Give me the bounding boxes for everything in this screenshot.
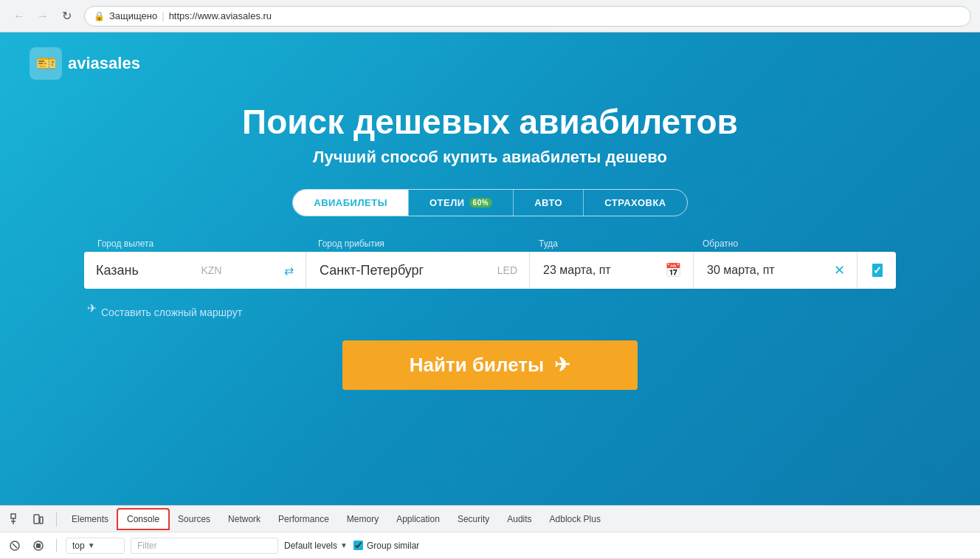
devtools-tab-performance[interactable]: Performance (269, 510, 338, 529)
devtools-tab-memory[interactable]: Memory (338, 510, 387, 529)
origin-field[interactable]: Казань KZN ⇄ (84, 252, 306, 289)
search-button-label: Найти билеты (410, 354, 544, 377)
tab-flights[interactable]: АВИАБИЛЕТЫ (293, 190, 408, 216)
address-separator: | (162, 10, 164, 21)
devtools-panel: Elements Console Sources Network Perform… (0, 505, 980, 559)
svg-line-6 (13, 543, 17, 548)
svg-rect-4 (40, 517, 43, 524)
tab-car[interactable]: АВТО (514, 190, 583, 216)
clear-return-icon[interactable]: ✕ (834, 262, 845, 278)
url-text: https://www.aviasales.ru (169, 10, 272, 21)
logo-area: 🎫 aviasales (30, 47, 950, 80)
tab-nav: АВИАБИЛЕТЫ ОТЕЛИ 60% АВТО СТРАХОВКА (30, 189, 950, 216)
devtools-tab-security[interactable]: Security (449, 510, 498, 529)
devtools-tab-audits[interactable]: Audits (498, 510, 540, 529)
forward-button[interactable]: → (32, 6, 53, 27)
default-levels[interactable]: Default levels ▼ (284, 541, 348, 551)
devtools-tab-sources[interactable]: Sources (169, 510, 219, 529)
swap-icon[interactable]: ⇄ (284, 264, 294, 278)
extra-label (856, 239, 893, 249)
form-labels: Город вылета Город прибытия Туда Обратно (84, 239, 896, 249)
devtools-tab-elements[interactable]: Elements (63, 510, 117, 529)
tab-car-label: АВТО (534, 197, 562, 208)
devtools-tab-adblock[interactable]: Adblock Plus (541, 510, 610, 529)
tab-hotels-label: ОТЕЛИ (429, 197, 465, 208)
svg-rect-8 (36, 543, 41, 548)
levels-arrow: ▼ (340, 541, 348, 549)
destination-value: Санкт-Петербург (320, 263, 424, 278)
svg-rect-0 (11, 514, 15, 518)
tab-flights-label: АВИАБИЛЕТЫ (314, 197, 387, 208)
logo-text: aviasales (68, 54, 140, 73)
return-field[interactable]: 30 марта, пт ✕ (695, 252, 858, 289)
group-similar-checkbox[interactable] (353, 541, 363, 550)
depart-field[interactable]: 23 марта, пт 📅 (531, 252, 694, 289)
hero-section: Поиск дешевых авиабилетов Лучший способ … (30, 102, 950, 167)
hotels-badge: 60% (469, 198, 493, 208)
group-similar-container: Group similar (353, 541, 419, 551)
complex-route-link[interactable]: Составить сложный маршрут (101, 306, 242, 318)
complex-route-label: Составить сложный маршрут (101, 306, 242, 318)
return-value: 30 марта, пт (707, 264, 775, 277)
devtools-tab-console[interactable]: Console (117, 509, 169, 529)
destination-field[interactable]: Санкт-Петербург LED (308, 252, 530, 289)
search-btn-container: Найти билеты ✈ (30, 340, 950, 390)
tab-insurance-label: СТРАХОВКА (604, 197, 666, 208)
depart-label: Туда (528, 239, 691, 249)
browser-chrome: ← → ↻ 🔒 Защищено | https://www.aviasales… (0, 0, 980, 32)
devtools-tab-application[interactable]: Application (387, 510, 449, 529)
devtools-sep-1 (56, 512, 57, 527)
lock-icon: 🔒 (94, 11, 105, 21)
devtools-tabs-row: Elements Console Sources Network Perform… (0, 506, 980, 532)
back-button[interactable]: ← (9, 6, 30, 27)
stop-btn[interactable] (30, 537, 47, 555)
destination-label: Город прибытия (308, 239, 527, 249)
tab-insurance[interactable]: СТРАХОВКА (584, 190, 687, 216)
context-value: top (72, 541, 85, 551)
refresh-button[interactable]: ↻ (56, 6, 77, 27)
search-plane-icon: ✈ (554, 354, 570, 377)
logo-icon: 🎫 (30, 47, 62, 80)
group-similar-label: Group similar (367, 541, 419, 551)
form-inputs: Казань KZN ⇄ Санкт-Петербург LED 23 март… (84, 252, 896, 289)
hero-title: Поиск дешевых авиабилетов (30, 102, 950, 142)
context-select[interactable]: top ▼ (66, 538, 125, 554)
tab-container: АВИАБИЛЕТЫ ОТЕЛИ 60% АВТО СТРАХОВКА (292, 189, 687, 216)
tab-hotels[interactable]: ОТЕЛИ 60% (409, 190, 513, 216)
svg-rect-3 (34, 515, 39, 524)
extra-field[interactable] (859, 252, 896, 289)
default-levels-label: Default levels (284, 541, 337, 551)
route-icon: ✈ (87, 301, 97, 315)
origin-label: Город вылета (87, 239, 306, 249)
search-button[interactable]: Найти билеты ✈ (342, 340, 638, 390)
devtools-inspect-btn[interactable] (6, 509, 27, 529)
origin-value: Казань (96, 263, 139, 278)
hero-subtitle: Лучший способ купить авиабилеты дешево (30, 148, 950, 167)
search-form: Город вылета Город прибытия Туда Обратно… (84, 239, 896, 318)
devtools-tab-network[interactable]: Network (219, 510, 269, 529)
logo-symbol: 🎫 (36, 54, 56, 73)
console-sep (56, 539, 57, 552)
origin-code: KZN (201, 264, 221, 276)
address-bar[interactable]: 🔒 Защищено | https://www.aviasales.ru (84, 6, 971, 27)
calendar-icon[interactable]: 📅 (665, 262, 681, 278)
devtools-device-btn[interactable] (28, 509, 49, 529)
page-content: 🎫 aviasales Поиск дешевых авиабилетов Лу… (0, 32, 980, 505)
console-bar: top ▼ Default levels ▼ Group similar (0, 532, 980, 559)
context-arrow: ▼ (88, 541, 95, 549)
nav-buttons: ← → ↻ (9, 6, 77, 27)
return-label: Обратно (692, 239, 855, 249)
destination-code: LED (497, 264, 517, 276)
filter-input[interactable] (131, 538, 278, 554)
depart-value: 23 марта, пт (543, 264, 611, 277)
secure-text: Защищено (109, 10, 157, 21)
clear-console-btn[interactable] (6, 537, 24, 555)
baggage-checkbox[interactable] (871, 262, 884, 278)
